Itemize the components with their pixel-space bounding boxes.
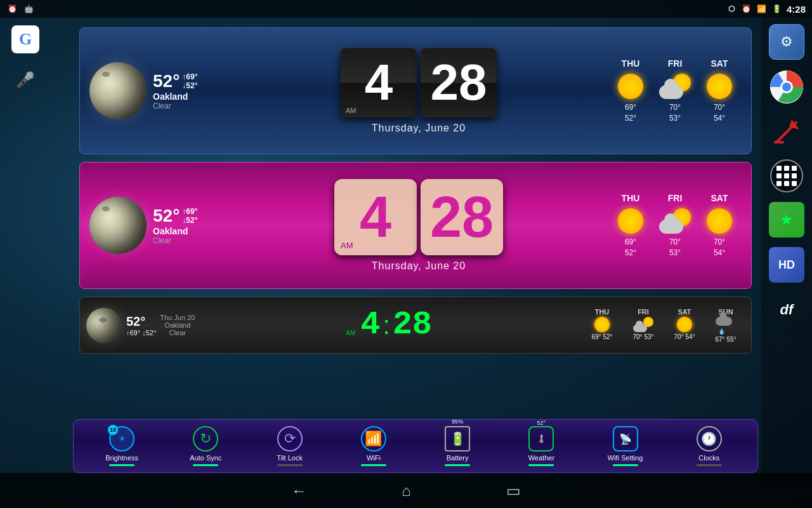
temps-thu-2: 69° 52° (625, 237, 636, 258)
temps-sat-1: 70° 54° (714, 102, 725, 124)
sidebar-item-launcher[interactable] (770, 159, 803, 192)
svg-point-2 (782, 83, 791, 91)
flip-clock-3: AM 4 : 28 (346, 309, 432, 342)
status-bar: ⏰ 🤖 ⬡ ⏰ 📶 🔋 4:28 (0, 0, 812, 18)
sidebar-item-settings[interactable]: ⚙ (769, 24, 804, 60)
wifisetting-label: Wifi Setting (608, 454, 643, 462)
w3-label-sat: SAT (678, 308, 691, 316)
city-condition-1: Clear (153, 102, 229, 110)
temps-fri-2: 70° 53° (669, 237, 681, 258)
temp-range-3: ↑69° ↓52° (126, 329, 156, 337)
wifi-label: WiFi (367, 454, 381, 462)
temperature-2: 52° ↑69° ↓52° (153, 206, 229, 226)
day-label-thu-1: THU (622, 58, 640, 69)
minute-3: 28 (393, 309, 432, 342)
day-label-fri-1: FRI (668, 58, 683, 69)
recents-button[interactable]: ▭ (506, 482, 521, 500)
home-button[interactable]: ⌂ (402, 482, 411, 500)
wifisetting-icon: 📡 (613, 426, 638, 451)
date-3: Thu Jun 20 (160, 314, 195, 321)
minute-card-1: 28 (421, 48, 497, 117)
clocks-button[interactable]: 🕐 Clocks (684, 426, 735, 466)
brightness-button[interactable]: 10 ☀ Brightness (96, 426, 147, 466)
brightness-indicator (109, 464, 134, 466)
widget-blue: 52° ↑69° ↓52° Oakland Clear 4 AM 28 Thur… (79, 27, 752, 154)
google-search-icon[interactable]: G (11, 25, 39, 53)
moon-icon-1 (89, 62, 147, 119)
tiltlock-icon: ⟳ (277, 426, 303, 451)
weather-info-3: 52° ↑69° ↓52° (126, 314, 156, 337)
weather-info-2: 52° ↑69° ↓52° Oakland Clear (153, 206, 229, 245)
flip-clock-1: 4 AM 28 (341, 48, 497, 117)
weather-forecast-2: THU 69° 52° FRI 70° 53° (608, 190, 742, 262)
moon-icon-3 (86, 308, 121, 343)
temperature-1: 52° ↑69° ↓52° (153, 71, 229, 91)
battery-status-icon: 🔋 (771, 3, 783, 15)
weather-day-thu-1: THU 69° 52° (608, 55, 653, 127)
city-name-1: Oakland (153, 91, 229, 102)
sidebar-item-chrome[interactable] (769, 69, 804, 105)
alarm-icon: ⏰ (6, 3, 18, 15)
battery-button[interactable]: 95% 🔋 Battery (432, 426, 483, 466)
right-sidebar: ⚙ ★ HD (761, 18, 812, 488)
battery-percentage: 95% (452, 418, 463, 425)
tiltlock-button[interactable]: ⟳ Tilt Lock (265, 426, 315, 466)
weather-button[interactable]: 52° 🌡️ Weather (516, 426, 566, 466)
w3-day-fri: FRI 70° 53° (624, 308, 662, 343)
sidebar-item-df[interactable]: df (769, 292, 804, 328)
widget-dark: 52° ↑69° ↓52° Thu Jun 20 Oakland Clear A… (79, 297, 752, 354)
weather-days-2: THU 69° 52° FRI 70° 53° (608, 190, 742, 262)
autosync-icon: ↻ (193, 426, 218, 451)
wifi-button[interactable]: 📶 WiFi (348, 426, 399, 466)
wifi-status-icon: 📶 (756, 3, 768, 15)
temperature-3: 52° (126, 314, 156, 329)
minute-digit-1: 28 (431, 57, 487, 108)
w3-temps-sun: 67° 55° (715, 336, 736, 343)
weather-days-1: THU 69° 52° FRI 70° 53° (608, 55, 742, 127)
autosync-indicator (193, 464, 218, 466)
clock-section-2: 4 AM 28 Thursday, June 20 (229, 179, 608, 272)
autosync-label: Auto Sync (190, 454, 221, 462)
sidebar-item-greenify[interactable]: ★ (769, 202, 804, 237)
wifisetting-button[interactable]: 📡 Wifi Setting (600, 426, 651, 466)
city-condition-2: Clear (153, 236, 229, 245)
w3-day-sun: SUN 💧 67° 55° (707, 308, 745, 343)
day-label-sat-1: SAT (711, 58, 728, 69)
minute-digit-2: 28 (430, 189, 494, 246)
nav-bar: ← ⌂ ▭ (0, 473, 812, 508)
weather-label: Weather (528, 454, 554, 462)
wifi-indicator (361, 464, 386, 466)
widget-pink: 52° ↑69° ↓52° Oakland Clear 4 AM 28 Thur… (79, 162, 752, 289)
w3-temps-sat: 70° 54° (674, 333, 695, 340)
battery-label: Battery (447, 454, 469, 462)
grid-icon (776, 166, 797, 186)
microphone-icon[interactable]: 🎤 (11, 66, 39, 94)
battery-indicator (445, 464, 470, 466)
day-label-fri-2: FRI (668, 193, 683, 203)
autosync-button[interactable]: ↻ Auto Sync (180, 426, 231, 466)
cloud-sun-icon-fri-2 (659, 208, 691, 234)
ampm-label-2: AM (341, 241, 353, 250)
clock-section-3: AM 4 : 28 (195, 309, 583, 342)
android-icon: 🤖 (23, 3, 34, 15)
city-3: Oakland (164, 321, 190, 329)
ampm-label-1: AM (346, 107, 357, 114)
sidebar-item-maps[interactable] (769, 114, 804, 150)
brightness-label: Brightness (105, 454, 138, 462)
alarm-right-icon: ⏰ (741, 3, 752, 15)
tiltlock-indicator (277, 464, 303, 466)
sun-icon-sat-2 (707, 208, 732, 234)
ampm-3: AM (346, 330, 355, 337)
df-icon: df (780, 302, 794, 318)
star-icon: ★ (780, 211, 794, 229)
weather-forecast-1: THU 69° 52° FRI 70° 53° (608, 55, 742, 127)
weather-icon: 52° 🌡️ (528, 426, 554, 451)
w3-label-fri: FRI (638, 308, 649, 316)
back-button[interactable]: ← (291, 482, 306, 500)
status-time: 4:28 (787, 4, 806, 15)
cloud-sun-icon-fri-1 (659, 74, 691, 99)
weather-day-sat-1: SAT 70° 54° (697, 55, 742, 127)
hour-card-2: 4 AM (334, 179, 417, 255)
sidebar-item-hd[interactable]: HD (769, 247, 804, 283)
svg-rect-5 (774, 141, 784, 144)
